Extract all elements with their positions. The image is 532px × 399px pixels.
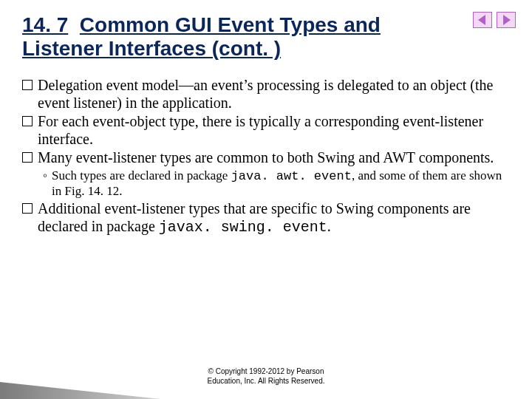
bullet-text: Additional event-listener types that are…: [38, 200, 510, 236]
bullet-marker-icon: [22, 116, 33, 126]
slide-title: 14. 7 Common GUI Event Types and Listene…: [22, 13, 436, 61]
bullet-text: Many event-listener types are common to …: [38, 149, 510, 167]
bullet-item: For each event-object type, there is typ…: [22, 113, 510, 148]
section-name: Common GUI Event Types and Listener Inte…: [22, 13, 381, 60]
bullet-item: Delegation event model—an event’s proces…: [22, 77, 510, 112]
section-number: 14. 7: [22, 13, 68, 36]
sub-bullet-marker-icon: ◦: [43, 168, 47, 199]
bullet-text: Delegation event model—an event’s proces…: [38, 77, 510, 112]
next-arrow-icon: [497, 12, 516, 28]
bullet-item: Additional event-listener types that are…: [22, 200, 510, 236]
bullet-marker-icon: [22, 80, 33, 90]
bullet-text: For each event-object type, there is typ…: [38, 113, 510, 148]
footer-line: Education, Inc. All Rights Reserved.: [0, 377, 532, 386]
code-text: javax. swing. event: [159, 219, 327, 236]
slide-body: Delegation event model—an event’s proces…: [22, 77, 510, 237]
bullet-item: Many event-listener types are common to …: [22, 149, 510, 167]
nav-next-button[interactable]: [497, 12, 516, 28]
slide: 14. 7 Common GUI Event Types and Listene…: [0, 0, 532, 399]
bullet-marker-icon: [22, 152, 33, 163]
prev-arrow-icon: [473, 12, 492, 28]
sub-bullet-text: Such types are declared in package java.…: [52, 168, 510, 199]
decorative-wedge-icon: [0, 329, 251, 399]
code-text: java. awt. event: [231, 169, 352, 183]
sub-bullet-item: ◦ Such types are declared in package jav…: [43, 168, 510, 199]
bullet-suffix: .: [327, 218, 331, 234]
bullet-marker-icon: [22, 203, 33, 214]
footer-line: © Copyright 1992-2012 by Pearson: [0, 367, 532, 377]
copyright-footer: © Copyright 1992-2012 by Pearson Educati…: [0, 367, 532, 386]
nav-prev-button[interactable]: [473, 12, 492, 28]
nav-controls: [473, 12, 516, 28]
sub-bullet-prefix: Such types are declared in package: [52, 168, 231, 183]
